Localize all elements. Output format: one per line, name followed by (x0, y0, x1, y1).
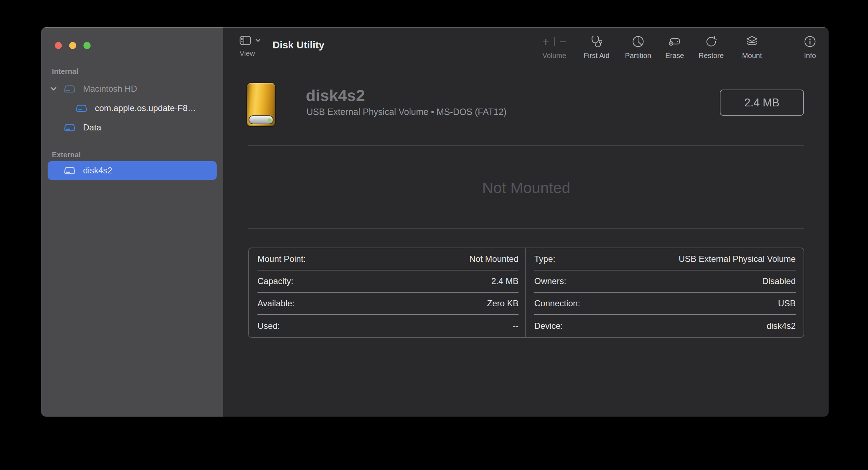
table-row: Owners: Disabled (534, 270, 796, 293)
page-title: Disk Utility (273, 39, 324, 51)
table-row: Type: USB External Physical Volume (534, 248, 796, 270)
close-button[interactable] (55, 42, 62, 49)
volume-subtitle: USB External Physical Volume • MS-DOS (F… (307, 107, 506, 117)
volume-details-table: Mount Point: Not Mounted Capacity: 2.4 M… (248, 248, 804, 338)
divider (248, 228, 804, 229)
mount-stack-icon (725, 34, 779, 49)
external-drive-image (247, 83, 275, 126)
sidebar-item-label: disk4s2 (83, 166, 112, 176)
sidebar-item-label: Data (83, 123, 101, 133)
sidebar-item-com-apple-os-update[interactable]: com.apple.os.update-F8… (48, 99, 217, 118)
mount-status-text: Not Mounted (248, 179, 804, 197)
table-row: Device: disk4s2 (534, 315, 796, 337)
traffic-lights (55, 42, 91, 49)
drive-cap (249, 115, 274, 124)
table-row: Available: Zero KB (257, 293, 519, 315)
main-content: View Disk Utility +− Volume First Aid (223, 27, 829, 417)
details-left-column: Mount Point: Not Mounted Capacity: 2.4 M… (249, 248, 525, 337)
info-icon (783, 34, 829, 49)
sidebar-section-internal: Internal (52, 67, 78, 76)
view-button-label: View (240, 49, 261, 58)
table-row: Connection: USB (534, 293, 796, 315)
sidebar-section-external: External (52, 151, 81, 159)
sidebar-item-macintosh-hd[interactable]: Macintosh HD (48, 80, 217, 98)
table-row: Used: -- (257, 315, 519, 337)
table-row: Mount Point: Not Mounted (257, 248, 519, 270)
chevron-down-icon[interactable] (50, 87, 57, 91)
sidebar-item-label: Macintosh HD (83, 84, 137, 94)
view-button[interactable]: View (240, 36, 261, 58)
disk-icon (64, 85, 75, 93)
disk-icon (76, 104, 87, 113)
size-badge: 2.4 MB (720, 90, 804, 116)
disk-icon (64, 123, 75, 132)
disk-icon (64, 166, 75, 175)
zoom-button[interactable] (83, 42, 91, 49)
table-row: Capacity: 2.4 MB (257, 270, 519, 293)
sidebar-item-label: com.apple.os.update-F8… (95, 103, 196, 113)
info-button[interactable]: Info (783, 34, 829, 60)
divider (248, 145, 804, 146)
volume-title: disk4s2 (306, 86, 365, 105)
chevron-down-icon (255, 39, 261, 42)
mount-button[interactable]: Mount (725, 34, 779, 60)
sidebar-toggle-icon (240, 36, 251, 45)
details-right-column: Type: USB External Physical Volume Owner… (525, 248, 804, 337)
drive-led (268, 119, 271, 121)
minimize-button[interactable] (69, 42, 76, 49)
disk-utility-window: Internal Macintosh HD com.apple.os.updat (41, 27, 829, 417)
sidebar-item-disk4s2[interactable]: disk4s2 (48, 161, 217, 180)
sidebar-item-data[interactable]: Data (48, 118, 217, 137)
sidebar: Internal Macintosh HD com.apple.os.updat (41, 27, 223, 417)
